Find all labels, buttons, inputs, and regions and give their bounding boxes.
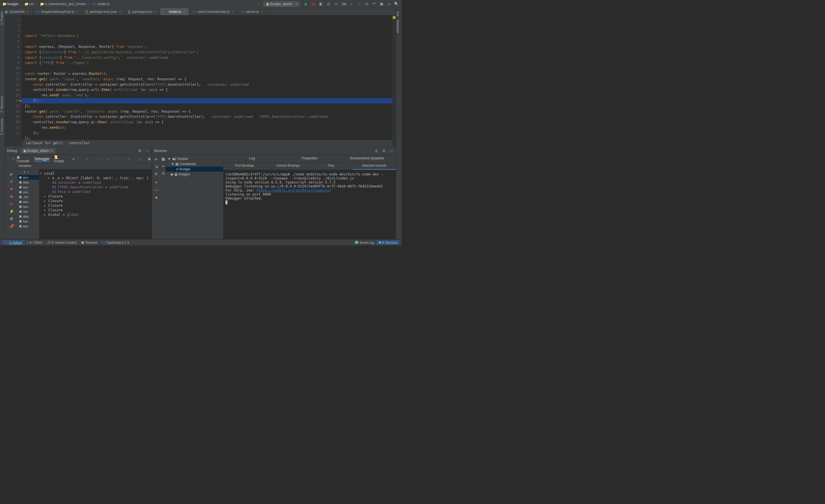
rerun-icon[interactable]: ↻ — [12, 157, 15, 161]
minimize-icon[interactable]: — — [144, 148, 150, 154]
breakpoint-icon[interactable]: ● — [19, 98, 21, 103]
git-commit-icon[interactable]: ✓ — [356, 1, 362, 7]
services-tree[interactable]: ▼ 🐳 Docker ▼ ▦ Containers ■ /budgie ▶ ▦ … — [166, 155, 223, 239]
scroll-icon[interactable]: ⤋ — [162, 171, 165, 175]
drop-frame-icon[interactable]: ⬏ — [126, 156, 131, 162]
close-icon[interactable]: ✕ — [231, 10, 234, 13]
status-services[interactable]: ◆ 8: Services — [376, 240, 400, 245]
debug-icon[interactable]: 🐞 — [311, 1, 316, 7]
editor-tabs: 🐳Dockerfile✕ TSImageGatewayImpl.ts✕ {}pa… — [0, 8, 401, 15]
attached-console[interactable]: root@0e4883c374f7:/usr/src/app# ./node_m… — [223, 170, 396, 239]
minimize-icon[interactable]: — — [388, 148, 394, 154]
status-todo[interactable]: ≡ 6: TODO — [24, 240, 45, 245]
tool-project[interactable]: 1: Project — [0, 11, 3, 25]
evaluate-icon[interactable]: 🖩 — [147, 156, 152, 162]
view-breakpoints-icon[interactable]: ◉ — [10, 194, 13, 199]
status-event-log[interactable]: 2 Event Log — [352, 240, 376, 245]
services-deploy-icon[interactable]: ◎ — [373, 148, 379, 154]
code-editor[interactable]: import "reflect-metadata"; import expres… — [22, 15, 396, 147]
variables-panel[interactable]: ▼Local ▶≡ _a = Object {label: 0, sent: ,… — [39, 169, 152, 239]
tab-router[interactable]: TSrouter.ts✕ — [160, 8, 189, 15]
ide-update-icon[interactable]: ▣ — [379, 1, 384, 7]
thread-dump-icon[interactable]: ⚡ — [9, 209, 14, 214]
frames-list[interactable]: ↓ ↑ ▾ ＋ ▣ ano ▣ step ▣ ano ▣ ano ▣ ./src… — [18, 169, 39, 239]
tab-savecontroller[interactable]: TSsaveControllerImpl.ts✕ — [189, 8, 237, 15]
filter-icon[interactable]: ▼ — [155, 195, 158, 200]
run-config-selector[interactable]: ▣Budgie_attach▾ — [263, 1, 300, 7]
subtab-debugger[interactable]: Debugger — [34, 157, 50, 161]
soft-wrap-icon[interactable]: ↩ — [162, 164, 165, 168]
status-vcs[interactable]: ⎇ 9: Version Control — [45, 240, 79, 245]
debug-subtabs: ↻ ▣ Console Debugger 📜 Scripts ≡ ⤻ ↓ ⇣ ↑… — [5, 155, 152, 163]
close-icon[interactable]: ✕ — [261, 10, 263, 13]
tab-volume-bindings[interactable]: Volume Bindings — [267, 163, 310, 170]
close-icon[interactable]: ✕ — [76, 10, 78, 13]
tab-package-lock[interactable]: {}package-lock.json✕ — [82, 8, 125, 15]
tool-structure[interactable]: 7: Structure — [0, 96, 3, 113]
breadcrumbs[interactable]: 📁budgie 〉 📁src 〉 📁4_frameworks_and_drive… — [2, 1, 109, 7]
tab-files[interactable]: Files — [309, 163, 353, 170]
resume-icon[interactable]: ▶ — [10, 172, 13, 176]
run-icon[interactable]: ▶ — [303, 1, 309, 7]
tool-favorites[interactable]: 2: Favorites — [0, 118, 3, 135]
services-toolbar: ▶ ⇲ ⇱ ■ — ▼ — [152, 155, 161, 239]
debug-config-chip[interactable]: ▣ Budgie_attach ✕ — [21, 148, 55, 153]
mute-breakpoints-icon[interactable]: ⊘ — [10, 201, 13, 206]
git-rollback-icon[interactable]: ↶ — [371, 1, 377, 7]
tab-port-bindings[interactable]: Port Bindings — [223, 163, 267, 170]
status-terminal[interactable]: ▣ Terminal — [79, 240, 99, 245]
step-out-icon[interactable]: ↑ — [116, 156, 121, 162]
left-tool-strip: 1: Project 7: Structure 2: Favorites — [0, 8, 5, 239]
close-icon[interactable]: ✕ — [154, 10, 157, 13]
tab-env-vars[interactable]: Environment variables — [338, 155, 396, 162]
collapse-icon[interactable]: ⇱ — [155, 172, 158, 177]
debug-label: Debug: — [7, 149, 18, 153]
stop-icon[interactable]: ■ — [333, 1, 339, 7]
layout-icon[interactable]: ▦ — [161, 157, 165, 161]
subtab-console[interactable]: ▣ Console — [17, 155, 30, 163]
tool-ant[interactable]: Ant — [396, 11, 399, 16]
gutter[interactable]: 12345678910111213141516171819202122 ● — [5, 15, 22, 147]
settings-icon[interactable]: ⚙ — [381, 148, 387, 154]
close-icon[interactable]: ✕ — [26, 10, 29, 13]
subtab-scripts[interactable]: 📜 Scripts — [54, 155, 67, 163]
toolbar-right: ⤶ ▣Budgie_attach▾ ▶ 🐞 ◧ ◷ ■ Git: ↙ ✓ ◷ ↶… — [254, 1, 399, 7]
tab-attached-console[interactable]: Attached console — [353, 163, 396, 170]
settings-icon[interactable]: ⚙ — [137, 148, 143, 154]
build-icon[interactable]: ⤶ — [256, 1, 261, 7]
inspector-link[interactable]: https://nodejs.org/en/docs/inspector — [256, 188, 331, 192]
step-into-icon[interactable]: ↓ — [95, 156, 99, 162]
close-icon[interactable]: ✕ — [119, 10, 121, 13]
tab-log[interactable]: Log — [223, 155, 281, 162]
services-secondary-tabs: Port Bindings Volume Bindings Files Atta… — [223, 163, 396, 170]
step-over-icon[interactable]: ⤻ — [84, 156, 89, 162]
git-history-icon[interactable]: ◷ — [364, 1, 369, 7]
layout-icon[interactable]: ≡ — [72, 157, 74, 161]
expand-icon[interactable]: ⇲ — [155, 165, 158, 169]
deploy-icon[interactable]: ▶ — [155, 157, 158, 161]
pin-icon[interactable]: 📌 — [9, 224, 14, 229]
stop-icon[interactable]: ■ — [10, 187, 13, 191]
search-everywhere-icon[interactable]: 🔍 — [393, 1, 399, 7]
status-debug[interactable]: 🐞5: Debug — [2, 240, 24, 245]
services-tool-window: Services ◎ ⚙ — ▶ ⇲ ⇱ ■ — ▼ ▦ ↩ ⤋ ▼ 🐳 Doc… — [152, 147, 396, 239]
editor-area: 12345678910111213141516171819202122 ● im… — [5, 15, 396, 147]
profile-icon[interactable]: ◷ — [325, 1, 331, 7]
force-step-into-icon[interactable]: ⇣ — [105, 156, 110, 162]
tool-window-area: Debug: ▣ Budgie_attach ✕ ⚙ — ↻ ▣ Console… — [5, 147, 396, 239]
git-pull-icon[interactable]: ↙ — [349, 1, 355, 7]
pause-icon[interactable]: ⏸ — [9, 179, 13, 184]
run-to-cursor-icon[interactable]: →| — [137, 156, 141, 162]
close-icon[interactable]: ✕ — [183, 10, 185, 13]
status-bar: 🐞5: Debug ≡ 6: TODO ⎇ 9: Version Control… — [0, 239, 401, 245]
settings-icon[interactable]: ⚙ — [10, 217, 13, 221]
tab-server[interactable]: TSserver.ts✕ — [237, 8, 267, 15]
tab-imagegateway[interactable]: TSImageGatewayImpl.ts✕ — [32, 8, 82, 15]
ide-structure-icon[interactable]: ▭ — [386, 1, 392, 7]
coverage-icon[interactable]: ◧ — [318, 1, 324, 7]
tab-properties[interactable]: Properties — [281, 155, 339, 162]
tool-database[interactable]: Database — [396, 20, 399, 33]
stop-icon[interactable]: ■ — [155, 180, 157, 184]
status-typescript[interactable]: TS TypeScript 3.7.3 — [99, 240, 131, 245]
tab-package-json[interactable]: {}package.json✕ — [125, 8, 160, 15]
